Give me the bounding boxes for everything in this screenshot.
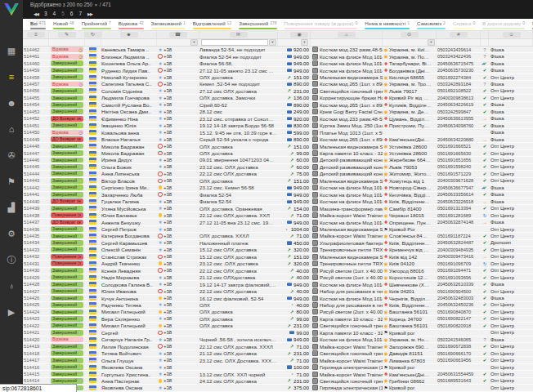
table-row[interactable]: 514439ЗавершенийУляна Мусійовська✳+38ОЛХ… [23,205,533,212]
filter-caret-icon[interactable]: ▾ [269,39,276,46]
page-number-button[interactable]: 4 [53,11,56,16]
phone-number[interactable]: +38 [163,330,172,335]
table-row[interactable]: 514414ЗавершенийАнна Пастернак+3824.12 с… [23,378,533,385]
tab-return-in-transit[interactable]: Повернення товару (в дорозі)0 [284,19,358,30]
orders-icon[interactable]: ≡ [0,64,23,90]
phone-number[interactable]: +38 [163,61,172,66]
phone-number[interactable]: +38 [163,275,172,280]
table-row[interactable]: 514448ЗавершенийМикола Бадражан+38ОЛХ до… [23,143,533,149]
phone-number[interactable]: +38 [163,192,172,197]
table-row[interactable]: 514424ЗавершенийМихаил Гилецький+38ОЛХ д… [23,309,533,315]
address-column-header[interactable]: ⊙ [383,31,437,38]
status-badge[interactable]: Завершений [51,109,83,114]
page-number-button[interactable]: 3 [44,11,47,16]
table-row[interactable]: 514432Повернення (з…Станіслав Стрижак+38… [23,254,533,261]
phone-number[interactable]: +38 [163,344,172,349]
status-badge[interactable]: Завершений [51,192,83,198]
phone-column-header[interactable]: ☎ [157,31,199,38]
page-number-button[interactable]: 5 [61,11,65,16]
phone-number[interactable]: +38 [163,220,172,225]
table-row[interactable]: 514423ЗавершенийВера Скляренко✳+38ОЛХ до… [23,316,533,323]
phone-number[interactable]: +38 [163,206,172,211]
status-badge[interactable]: Завершений [51,296,83,301]
status-badge[interactable]: Повернення (з… [51,254,83,260]
tab-completed[interactable]: Завершений278 [239,19,276,30]
status-badge[interactable]: ДО Возврат ок… [51,220,83,225]
table-row[interactable]: 514458ЗавершенийНиколай Кучеренко✳+38ОЛХ… [23,74,533,81]
phone-number[interactable]: +38 [163,337,172,342]
status-badge[interactable]: Завершений [51,158,83,163]
table-row[interactable]: 514425ЗавершенийРадченко Тетяна✳+38ОЛХ◔4… [23,302,533,309]
table-row[interactable]: 514421ЗавершенийСергей+3899.00Карта памя… [23,330,533,336]
table-row[interactable]: 514451ЗавершенийІващенко Юлія✳+3819.12 1… [23,122,533,129]
customer-column-header[interactable]: ☻ [101,31,157,38]
phone-number[interactable]: +38 [163,47,172,52]
status-badge[interactable]: Завершений [51,122,83,128]
table-row[interactable]: 514447ЗавершенийМикола Бадражан+38ОЛХ до… [23,150,533,157]
table-row[interactable]: 514462Відмова◷Каневська Тамара ..✳+38Лав… [23,47,533,53]
status-badge[interactable]: Завершений [51,282,83,287]
status-badge[interactable]: Завершений [51,178,83,184]
tab-out-of-stock[interactable]: Нема в наявності1 [365,19,410,30]
phone-number[interactable]: +38 [163,102,172,107]
tab-accepted[interactable]: Прийнятий7 [82,19,111,30]
tracking-status-column-header[interactable] [481,31,489,38]
table-row[interactable]: 514422ЗавершенийМихаил Гилецький+38ОЛХ д… [23,323,533,329]
table-row[interactable]: 514431Повернення (з…Андрій Ткаченко+3823… [23,261,533,267]
status-badge[interactable]: Завершений [51,88,83,94]
status-badge[interactable]: Повернення (з… [51,261,83,266]
page-number-button[interactable]: 6 [70,11,74,16]
phone-number[interactable]: +38 [163,365,172,370]
status-badge[interactable]: Завершений [51,268,83,274]
phone-number[interactable]: +38 [163,323,172,328]
table-row[interactable]: 514435ЗавершенийКатерина Богданова+38ОЛХ… [23,233,533,239]
phone-number[interactable]: +38 [163,227,172,232]
status-badge[interactable]: Завершений [51,240,83,246]
status-badge[interactable]: Завершений [51,102,83,108]
status-badge[interactable]: Завершений [51,74,83,80]
phone-number[interactable]: +38 [163,247,172,252]
table-row[interactable]: 514433ЗавершенийОлексій Семанін✳+3815.12… [23,247,533,253]
phone-number[interactable]: +38 [163,240,172,245]
table-row[interactable]: 514457Відмова◷Сапегина Татьяна С..+38Кем… [23,81,533,87]
phone-number[interactable]: +38 [163,296,172,301]
status-badge[interactable]: ДО Возврат ок… [51,198,83,204]
phone-number[interactable]: +38 [163,164,172,169]
product-column-header[interactable]: ⌂ [311,31,383,38]
status-badge[interactable]: Завершений [51,358,83,363]
table-row[interactable]: 514449ДО Возврат ок…Власюк Наталья✳+38Се… [23,136,533,143]
phone-number[interactable]: +38 [163,261,172,266]
status-badge[interactable]: ДО Возврат ок… [51,136,83,142]
info-icon[interactable]: ⓘ [0,247,23,273]
phone-number[interactable]: +38 [163,234,172,238]
settings-gear-icon[interactable]: ⚙ [0,220,23,247]
table-row[interactable]: 514452ДО Возврат ок…Єфименко Ніна✳+3823.… [23,116,533,122]
tab-pickup[interactable]: Самовивіз2 [417,19,446,30]
table-row[interactable]: 514456ЗавершенийСоломія Сідоніна✳+3827.1… [23,88,533,95]
phone-number[interactable]: +38 [163,385,172,390]
phone-number[interactable]: +38 [163,254,172,259]
tab-refused[interactable]: Відмова42 [119,19,144,30]
phone-number[interactable]: +38 [163,372,172,376]
table-row[interactable]: 514446ЗавершенийИрина Дидух✳+3809.01 зве… [23,157,533,163]
dashboard-icon[interactable]: ▦ [0,38,23,64]
table-row[interactable]: 514450Відмова◷Ковальова анна✳+3815.12. 9… [23,129,533,136]
status-badge[interactable]: Завершений [51,226,83,232]
phone-number[interactable]: +38 [163,96,172,100]
table-row[interactable]: 514461Відмова◷Близнюк Людмила ..+38Фиалк… [23,53,533,60]
phone-number[interactable]: +38 [163,130,172,135]
phone-number[interactable]: +38 [163,54,172,59]
phone-number[interactable]: +38 [163,378,172,383]
phone-number[interactable]: +38 [163,151,172,156]
order-id-column-header[interactable]: ≡ [23,31,49,38]
phone-number[interactable]: +38 [163,158,172,163]
phone-number[interactable]: +38 [163,268,172,273]
phone-number[interactable]: +38 [163,144,172,149]
phone-number[interactable]: +38 [163,289,172,294]
table-row[interactable]: 514455ЗавершенийЛюдмила Гончарова✳+38ОЛХ… [23,95,533,101]
statistics-chart-icon[interactable]: ▟ [0,194,23,220]
table-row[interactable]: 514441ЗавершенийЗахарченко Люба+38Фиалка… [23,192,533,198]
table-row[interactable]: 514429ЗавершенийНадія Мерзаєва✳+3821.12 … [23,274,533,281]
phone-number[interactable]: +38 [163,199,172,204]
table-row[interactable]: 514460ЗавершенийКошелева Ольга Ар..✳+38Ф… [23,60,533,67]
